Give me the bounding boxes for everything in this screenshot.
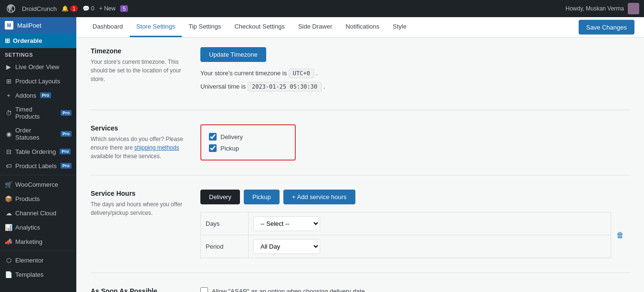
service-hours-content: Delivery Pickup + Add service hours Days…: [200, 190, 630, 258]
sidebar-item-product-labels[interactable]: 🏷 Product Labels Pro: [0, 159, 76, 173]
sidebar-item-table-ordering[interactable]: ⊟ Table Ordering Pro: [0, 144, 76, 159]
service-hours-section: Service Hours The days and hours where y…: [91, 190, 630, 273]
delivery-checkbox[interactable]: [209, 133, 217, 141]
tab-tip-settings[interactable]: Tip Settings: [182, 17, 228, 37]
service-hours-buttons: Delivery Pickup + Add service hours: [200, 190, 630, 204]
sidebar-item-timed-products[interactable]: ⏱ Timed Products Pro: [0, 102, 76, 123]
tab-bar: Dashboard Store Settings Tip Settings Ch…: [76, 17, 644, 38]
woo-badge: 5: [120, 5, 128, 12]
comments-icon[interactable]: 💬 0: [83, 5, 94, 12]
sidebar-orderable[interactable]: ⊞ Orderable: [0, 33, 76, 48]
live-order-view-icon: ▶: [5, 63, 12, 70]
services-label: Services Which services do you offer? Pl…: [91, 124, 186, 161]
addons-icon: +: [5, 91, 12, 99]
notification-icon[interactable]: 🔔 1: [62, 5, 78, 12]
service-hours-title: Service Hours: [91, 190, 186, 197]
table-row-period: Period All Day Morning Afternoon Evening: [201, 235, 630, 258]
asap-label: As Soon As Possible Allow customers to r…: [91, 287, 186, 292]
tab-style[interactable]: Style: [386, 17, 413, 37]
asap-content: Allow "ASAP" as an option when choosing …: [200, 287, 630, 292]
timezone-current-value: UTC+0: [289, 69, 314, 78]
asap-title: As Soon As Possible: [91, 287, 186, 292]
period-select[interactable]: All Day Morning Afternoon Evening: [253, 239, 320, 254]
delivery-checkbox-label[interactable]: Delivery: [209, 133, 287, 141]
save-changes-button[interactable]: Save Changes: [579, 20, 634, 35]
sidebar-item-marketing[interactable]: 📣 Marketing: [0, 234, 76, 249]
table-ordering-pro-badge: Pro: [60, 149, 71, 154]
sidebar: M MailPoet ⊞ Orderable Settings ▶ Live O…: [0, 17, 76, 292]
asap-checkbox-text: Allow "ASAP" as an option when choosing …: [212, 288, 365, 292]
new-button[interactable]: + New: [99, 5, 115, 12]
asap-section: As Soon As Possible Allow customers to r…: [91, 287, 630, 292]
avatar: [628, 3, 639, 14]
sidebar-item-live-order-view[interactable]: ▶ Live Order View: [0, 60, 76, 74]
table-ordering-icon: ⊟: [5, 148, 12, 155]
add-service-hours-button[interactable]: + Add service hours: [283, 190, 355, 204]
marketing-icon: 📣: [5, 238, 12, 245]
sidebar-item-woocommerce[interactable]: 🛒 WooCommerce: [0, 177, 76, 191]
channel-cloud-icon: ☁: [5, 209, 12, 217]
services-content: Delivery Pickup: [200, 124, 630, 161]
pickup-checkbox[interactable]: [209, 144, 217, 152]
sidebar-item-elementor[interactable]: ⬡ Elementor: [0, 253, 76, 267]
asap-checkbox[interactable]: [200, 287, 208, 292]
product-labels-pro-badge: Pro: [61, 163, 72, 169]
sidebar-item-analytics[interactable]: 📊 Analytics: [0, 220, 76, 234]
pickup-checkbox-label[interactable]: Pickup: [209, 144, 287, 152]
period-select-cell: All Day Morning Afternoon Evening: [249, 235, 611, 258]
delete-cell: 🗑: [611, 212, 630, 258]
orderable-icon: ⊞: [5, 37, 10, 44]
services-title: Services: [91, 124, 186, 132]
tab-checkout-settings[interactable]: Checkout Settings: [228, 17, 291, 37]
tab-side-drawer[interactable]: Side Drawer: [291, 17, 339, 37]
delete-icon[interactable]: 🗑: [616, 231, 624, 239]
days-select-cell: -- Select -- Monday Tuesday Wednesday Th…: [249, 212, 611, 235]
wp-logo-icon[interactable]: [5, 2, 17, 15]
tab-dashboard[interactable]: Dashboard: [86, 17, 130, 37]
tab-store-settings[interactable]: Store Settings: [130, 17, 182, 37]
update-timezone-button[interactable]: Update Timezone: [200, 47, 266, 62]
sidebar-item-product-layouts[interactable]: ⊞ Product Layouts: [0, 74, 76, 88]
asap-checkbox-label[interactable]: Allow "ASAP" as an option when choosing …: [200, 287, 630, 292]
sidebar-item-order-statuses[interactable]: ◉ Order Statuses Pro: [0, 123, 76, 144]
timezone-section: Timezone Your store's current timezone. …: [91, 47, 630, 110]
sidebar-item-templates[interactable]: 📄 Templates: [0, 267, 76, 282]
service-hours-label: Service Hours The days and hours where y…: [91, 190, 186, 258]
timezone-label: Timezone Your store's current timezone. …: [91, 47, 186, 95]
content-scroll: Timezone Your store's current timezone. …: [76, 38, 644, 292]
days-select[interactable]: -- Select -- Monday Tuesday Wednesday Th…: [253, 216, 320, 231]
services-section: Services Which services do you offer? Pl…: [91, 124, 630, 175]
howdy-text: Howdy, Muskan Verma: [566, 5, 624, 12]
timezone-description: Your store's current timezone. This shou…: [91, 58, 186, 83]
site-name[interactable]: DroidCrunch: [22, 5, 57, 12]
timezone-title: Timezone: [91, 47, 186, 55]
delivery-label: Delivery: [220, 133, 243, 141]
order-statuses-pro-badge: Pro: [61, 131, 72, 137]
timed-products-pro-badge: Pro: [61, 110, 72, 116]
sidebar-mailpoet[interactable]: M MailPoet: [0, 17, 76, 33]
timezone-universal-info: Universal time is 2023-01-25 05:30:30 .: [200, 82, 630, 91]
tab-notifications[interactable]: Notifications: [339, 17, 386, 37]
timezone-universal-value: 2023-01-25 05:30:30: [248, 82, 322, 91]
service-hours-description: The days and hours where you offer deliv…: [91, 200, 186, 217]
delivery-hours-button[interactable]: Delivery: [200, 190, 240, 204]
templates-icon: 📄: [5, 271, 12, 278]
timezone-current-info: Your store's current timezone is UTC+0 .: [200, 69, 630, 78]
elementor-icon: ⬡: [5, 256, 12, 264]
admin-bar: DroidCrunch 🔔 1 💬 0 + New 5 Howdy, Muska…: [0, 0, 644, 17]
analytics-icon: 📊: [5, 223, 12, 231]
shipping-methods-link[interactable]: shipping methods: [134, 144, 179, 151]
sidebar-item-channel-cloud[interactable]: ☁ Channel Cloud: [0, 206, 76, 220]
hours-table: Days -- Select -- Monday Tuesday Wednesd…: [200, 212, 630, 258]
sidebar-item-products[interactable]: 📦 Products: [0, 191, 76, 206]
order-statuses-icon: ◉: [5, 130, 12, 138]
pickup-label: Pickup: [220, 145, 239, 152]
pickup-hours-button[interactable]: Pickup: [244, 190, 280, 204]
mailpoet-icon: M: [5, 21, 13, 30]
sidebar-item-addons[interactable]: + Addons Pro: [0, 88, 76, 102]
product-layouts-icon: ⊞: [5, 77, 12, 85]
timezone-content: Update Timezone Your store's current tim…: [200, 47, 630, 95]
services-box: Delivery Pickup: [200, 124, 296, 161]
content-area: Dashboard Store Settings Tip Settings Ch…: [76, 17, 644, 292]
product-labels-icon: 🏷: [5, 162, 12, 170]
